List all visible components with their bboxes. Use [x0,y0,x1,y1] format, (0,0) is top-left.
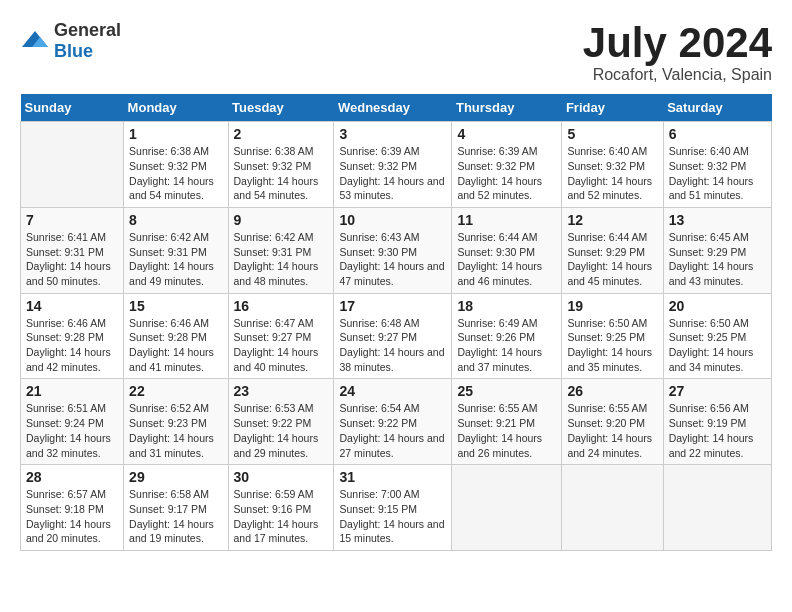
day-number: 9 [234,212,329,228]
calendar-cell: 8Sunrise: 6:42 AMSunset: 9:31 PMDaylight… [124,207,228,293]
calendar-cell: 6Sunrise: 6:40 AMSunset: 9:32 PMDaylight… [663,122,771,208]
calendar-cell: 21Sunrise: 6:51 AMSunset: 9:24 PMDayligh… [21,379,124,465]
day-number: 22 [129,383,222,399]
logo-general: General [54,20,121,40]
calendar-cell: 5Sunrise: 6:40 AMSunset: 9:32 PMDaylight… [562,122,663,208]
calendar-cell [21,122,124,208]
day-number: 6 [669,126,766,142]
calendar-week-row: 1Sunrise: 6:38 AMSunset: 9:32 PMDaylight… [21,122,772,208]
calendar-cell: 17Sunrise: 6:48 AMSunset: 9:27 PMDayligh… [334,293,452,379]
calendar-week-row: 21Sunrise: 6:51 AMSunset: 9:24 PMDayligh… [21,379,772,465]
day-number: 19 [567,298,657,314]
calendar-cell: 3Sunrise: 6:39 AMSunset: 9:32 PMDaylight… [334,122,452,208]
cell-detail: Sunrise: 6:44 AMSunset: 9:30 PMDaylight:… [457,230,556,289]
calendar-cell: 22Sunrise: 6:52 AMSunset: 9:23 PMDayligh… [124,379,228,465]
cell-detail: Sunrise: 6:38 AMSunset: 9:32 PMDaylight:… [234,144,329,203]
calendar-cell: 11Sunrise: 6:44 AMSunset: 9:30 PMDayligh… [452,207,562,293]
calendar-cell: 27Sunrise: 6:56 AMSunset: 9:19 PMDayligh… [663,379,771,465]
subtitle: Rocafort, Valencia, Spain [583,66,772,84]
cell-detail: Sunrise: 6:43 AMSunset: 9:30 PMDaylight:… [339,230,446,289]
calendar-cell: 18Sunrise: 6:49 AMSunset: 9:26 PMDayligh… [452,293,562,379]
day-header-sunday: Sunday [21,94,124,122]
cell-detail: Sunrise: 6:42 AMSunset: 9:31 PMDaylight:… [234,230,329,289]
calendar-cell: 4Sunrise: 6:39 AMSunset: 9:32 PMDaylight… [452,122,562,208]
day-number: 17 [339,298,446,314]
cell-detail: Sunrise: 7:00 AMSunset: 9:15 PMDaylight:… [339,487,446,546]
day-number: 3 [339,126,446,142]
cell-detail: Sunrise: 6:57 AMSunset: 9:18 PMDaylight:… [26,487,118,546]
day-number: 21 [26,383,118,399]
day-number: 28 [26,469,118,485]
day-number: 13 [669,212,766,228]
cell-detail: Sunrise: 6:56 AMSunset: 9:19 PMDaylight:… [669,401,766,460]
calendar-cell: 16Sunrise: 6:47 AMSunset: 9:27 PMDayligh… [228,293,334,379]
cell-detail: Sunrise: 6:46 AMSunset: 9:28 PMDaylight:… [129,316,222,375]
calendar-cell: 12Sunrise: 6:44 AMSunset: 9:29 PMDayligh… [562,207,663,293]
day-number: 5 [567,126,657,142]
calendar-cell [562,465,663,551]
calendar-cell: 31Sunrise: 7:00 AMSunset: 9:15 PMDayligh… [334,465,452,551]
day-number: 11 [457,212,556,228]
day-number: 14 [26,298,118,314]
cell-detail: Sunrise: 6:53 AMSunset: 9:22 PMDaylight:… [234,401,329,460]
day-number: 10 [339,212,446,228]
day-number: 18 [457,298,556,314]
calendar-week-row: 28Sunrise: 6:57 AMSunset: 9:18 PMDayligh… [21,465,772,551]
cell-detail: Sunrise: 6:59 AMSunset: 9:16 PMDaylight:… [234,487,329,546]
day-number: 27 [669,383,766,399]
calendar-header-row: SundayMondayTuesdayWednesdayThursdayFrid… [21,94,772,122]
day-header-tuesday: Tuesday [228,94,334,122]
day-number: 15 [129,298,222,314]
calendar-cell: 9Sunrise: 6:42 AMSunset: 9:31 PMDaylight… [228,207,334,293]
day-number: 8 [129,212,222,228]
day-header-monday: Monday [124,94,228,122]
calendar-cell: 26Sunrise: 6:55 AMSunset: 9:20 PMDayligh… [562,379,663,465]
cell-detail: Sunrise: 6:48 AMSunset: 9:27 PMDaylight:… [339,316,446,375]
main-title: July 2024 [583,20,772,66]
cell-detail: Sunrise: 6:40 AMSunset: 9:32 PMDaylight:… [567,144,657,203]
day-number: 30 [234,469,329,485]
day-number: 12 [567,212,657,228]
calendar-cell: 13Sunrise: 6:45 AMSunset: 9:29 PMDayligh… [663,207,771,293]
logo-blue: Blue [54,41,93,61]
day-header-saturday: Saturday [663,94,771,122]
day-number: 29 [129,469,222,485]
calendar-cell: 28Sunrise: 6:57 AMSunset: 9:18 PMDayligh… [21,465,124,551]
calendar-cell: 30Sunrise: 6:59 AMSunset: 9:16 PMDayligh… [228,465,334,551]
cell-detail: Sunrise: 6:50 AMSunset: 9:25 PMDaylight:… [567,316,657,375]
cell-detail: Sunrise: 6:49 AMSunset: 9:26 PMDaylight:… [457,316,556,375]
cell-detail: Sunrise: 6:47 AMSunset: 9:27 PMDaylight:… [234,316,329,375]
day-number: 25 [457,383,556,399]
day-number: 2 [234,126,329,142]
title-area: July 2024 Rocafort, Valencia, Spain [583,20,772,84]
logo-text: General Blue [54,20,121,62]
day-number: 20 [669,298,766,314]
cell-detail: Sunrise: 6:44 AMSunset: 9:29 PMDaylight:… [567,230,657,289]
calendar-week-row: 7Sunrise: 6:41 AMSunset: 9:31 PMDaylight… [21,207,772,293]
cell-detail: Sunrise: 6:40 AMSunset: 9:32 PMDaylight:… [669,144,766,203]
cell-detail: Sunrise: 6:46 AMSunset: 9:28 PMDaylight:… [26,316,118,375]
header: General Blue July 2024 Rocafort, Valenci… [20,20,772,84]
cell-detail: Sunrise: 6:50 AMSunset: 9:25 PMDaylight:… [669,316,766,375]
cell-detail: Sunrise: 6:45 AMSunset: 9:29 PMDaylight:… [669,230,766,289]
calendar-cell: 7Sunrise: 6:41 AMSunset: 9:31 PMDaylight… [21,207,124,293]
day-number: 7 [26,212,118,228]
calendar-cell: 14Sunrise: 6:46 AMSunset: 9:28 PMDayligh… [21,293,124,379]
day-number: 4 [457,126,556,142]
cell-detail: Sunrise: 6:55 AMSunset: 9:20 PMDaylight:… [567,401,657,460]
cell-detail: Sunrise: 6:55 AMSunset: 9:21 PMDaylight:… [457,401,556,460]
cell-detail: Sunrise: 6:39 AMSunset: 9:32 PMDaylight:… [339,144,446,203]
cell-detail: Sunrise: 6:51 AMSunset: 9:24 PMDaylight:… [26,401,118,460]
calendar-cell: 29Sunrise: 6:58 AMSunset: 9:17 PMDayligh… [124,465,228,551]
cell-detail: Sunrise: 6:42 AMSunset: 9:31 PMDaylight:… [129,230,222,289]
calendar-cell [452,465,562,551]
calendar-cell: 10Sunrise: 6:43 AMSunset: 9:30 PMDayligh… [334,207,452,293]
logo-icon [20,29,50,53]
cell-detail: Sunrise: 6:58 AMSunset: 9:17 PMDaylight:… [129,487,222,546]
cell-detail: Sunrise: 6:39 AMSunset: 9:32 PMDaylight:… [457,144,556,203]
day-number: 16 [234,298,329,314]
day-number: 23 [234,383,329,399]
cell-detail: Sunrise: 6:41 AMSunset: 9:31 PMDaylight:… [26,230,118,289]
calendar-cell: 2Sunrise: 6:38 AMSunset: 9:32 PMDaylight… [228,122,334,208]
day-number: 1 [129,126,222,142]
